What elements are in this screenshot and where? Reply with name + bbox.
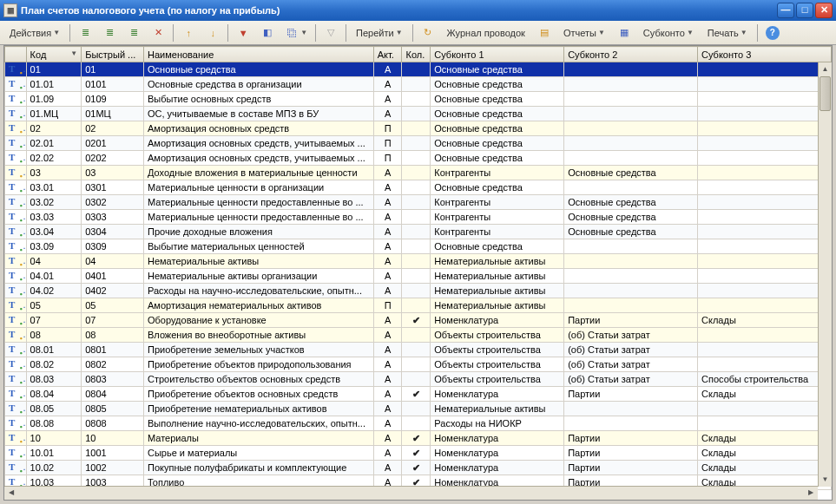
cell-code: 04.01 <box>26 269 82 284</box>
table-row[interactable]: T08.040804Приобретение объектов основных… <box>5 387 832 402</box>
cell-name: Приобретение объектов основных средств <box>144 387 374 402</box>
help-icon[interactable]: ? <box>761 23 784 43</box>
col-header-icon[interactable] <box>5 47 27 62</box>
table-row[interactable]: T0202Амортизация основных средствПОсновн… <box>5 121 832 136</box>
table-row[interactable]: T03.090309Выбытие материальных ценностей… <box>5 239 832 254</box>
table-row[interactable]: T02.020202Амортизация основных средств, … <box>5 151 832 166</box>
table-row[interactable]: T0101Основные средстваАОсновные средства <box>5 62 832 77</box>
scroll-up-icon[interactable]: ▲ <box>819 62 832 76</box>
cell-kol <box>402 180 431 195</box>
col-header-name[interactable]: Наименование <box>144 47 374 62</box>
table-row[interactable]: T02.010201Амортизация основных средств, … <box>5 136 832 151</box>
cell-sub3 <box>698 343 832 357</box>
copy-icon[interactable]: ⿻▼ <box>280 23 312 43</box>
cell-code: 03.09 <box>26 239 82 254</box>
cell-kol <box>402 357 431 372</box>
horizontal-scrollbar[interactable]: ◀ ▶ <box>4 486 818 500</box>
cell-quick: 0201 <box>82 136 144 151</box>
table-row[interactable]: T04.010401Нематериальные активы организа… <box>5 269 832 284</box>
account-icon: T <box>9 432 23 444</box>
cell-sub2: (об) Статьи затрат <box>564 328 698 343</box>
reports-menu[interactable]: Отчеты▼ <box>557 23 611 43</box>
table-row[interactable]: T0303Доходные вложения в материальные це… <box>5 166 832 180</box>
add-icon[interactable]: ≣ <box>74 23 96 43</box>
cell-sub2: Партии <box>564 461 698 475</box>
table-row[interactable]: T03.030303Материальные ценности предоста… <box>5 210 832 225</box>
cell-sub2: Партии <box>564 313 698 328</box>
col-header-quick[interactable]: Быстрый ... <box>82 47 144 62</box>
reports-icon[interactable]: ▤ <box>533 23 556 43</box>
journal-button[interactable]: Журнал проводок <box>441 23 531 43</box>
close-button[interactable]: ✕ <box>815 3 833 18</box>
table-row[interactable]: T01.090109Выбытие основных средствАОснов… <box>5 92 832 107</box>
table-row[interactable]: T1010МатериалыА✔НоменклатураПартииСклады <box>5 431 832 446</box>
cell-sub3 <box>698 136 832 151</box>
table-row[interactable]: T0404Нематериальные активыАНематериальны… <box>5 254 832 269</box>
col-header-code[interactable]: Код ▼ <box>26 47 82 62</box>
cell-kol: ✔ <box>402 431 431 446</box>
cell-quick: 01 <box>82 62 144 77</box>
maximize-button[interactable]: □ <box>796 3 813 18</box>
cell-code: 03.01 <box>26 180 82 195</box>
filter-icon[interactable]: ▼ <box>232 23 254 43</box>
col-header-act[interactable]: Акт. <box>373 47 402 62</box>
subkonto-icon[interactable]: ▦ <box>613 23 635 43</box>
table-row[interactable]: T08.020802Приобретение объектов природоп… <box>5 357 832 372</box>
table-row[interactable]: T08.030803Строительство объектов основны… <box>5 372 832 387</box>
filter-off-icon[interactable]: ▽ <box>319 23 342 43</box>
cell-name: Нематериальные активы организации <box>144 269 374 284</box>
table-row[interactable]: T03.010301Материальные ценности в органи… <box>5 180 832 195</box>
cell-quick: 0804 <box>82 387 144 402</box>
table-row[interactable]: T0808Вложения во внеоборотные активыАОбъ… <box>5 328 832 343</box>
account-icon: T <box>9 403 23 415</box>
cell-sub3 <box>698 195 832 210</box>
cell-sub2: Основные средства <box>564 225 698 239</box>
col-header-sub3[interactable]: Субконто 3 <box>698 47 832 62</box>
table-row[interactable]: T03.040304Прочие доходные вложенияАКонтр… <box>5 225 832 239</box>
subkonto-menu[interactable]: Субконто▼ <box>637 23 700 43</box>
table-row[interactable]: T0505Амортизация нематериальных активовП… <box>5 298 832 313</box>
col-header-sub2[interactable]: Субконто 2 <box>564 47 698 62</box>
cell-sub1: Основные средства <box>431 239 564 254</box>
table-row[interactable]: T0707Оборудование к установкеА✔Номенклат… <box>5 313 832 328</box>
table-row[interactable]: T10.021002Покупные полуфабрикаты и компл… <box>5 461 832 475</box>
cell-sub3 <box>698 298 832 313</box>
table-row[interactable]: T08.050805Приобретение нематериальных ак… <box>5 402 832 416</box>
select-icon[interactable]: ◧ <box>256 23 279 43</box>
accounts-table[interactable]: Код ▼ Быстрый ... Наименование Акт. Кол.… <box>4 46 832 490</box>
refresh-icon[interactable]: ↻ <box>417 23 439 43</box>
cell-sub3: Склады <box>698 446 832 461</box>
goto-menu[interactable]: Перейти▼ <box>350 23 409 43</box>
account-icon: T <box>9 181 23 193</box>
col-header-kol[interactable]: Кол. <box>402 47 431 62</box>
delete-icon[interactable]: ✕ <box>147 23 169 43</box>
cell-code: 01 <box>26 62 82 77</box>
hierarchy-up-icon[interactable]: ↑ <box>177 23 200 43</box>
cell-act: А <box>373 180 402 195</box>
scroll-left-icon[interactable]: ◀ <box>4 487 18 500</box>
table-row[interactable]: T08.080808Выполнение научно-исследовател… <box>5 416 832 431</box>
table-row[interactable]: T01.010101Основные средства в организаци… <box>5 77 832 92</box>
table-row[interactable]: T03.020302Материальные ценности предоста… <box>5 195 832 210</box>
table-row[interactable]: T10.011001Сырье и материалыА✔Номенклатур… <box>5 446 832 461</box>
cell-name: Оборудование к установке <box>144 313 374 328</box>
edit-icon[interactable]: ≣ <box>122 23 145 43</box>
cell-sub3 <box>698 92 832 107</box>
table-row[interactable]: T04.020402Расходы на научно-исследовател… <box>5 284 832 298</box>
cell-quick: 0309 <box>82 239 144 254</box>
scroll-right-icon[interactable]: ▶ <box>804 487 818 500</box>
table-row[interactable]: T08.010801Приобретение земельных участко… <box>5 343 832 357</box>
scroll-thumb-v[interactable] <box>820 76 831 111</box>
cell-sub1: Номенклатура <box>431 387 564 402</box>
cell-sub1: Основные средства <box>431 62 564 77</box>
scroll-down-icon[interactable]: ▼ <box>819 473 832 487</box>
hierarchy-down-icon[interactable]: ↓ <box>201 23 224 43</box>
minimize-button[interactable]: — <box>777 3 794 18</box>
print-menu[interactable]: Печать▼ <box>701 23 754 43</box>
cell-code: 10.01 <box>26 446 82 461</box>
add-group-icon[interactable]: ≣ <box>98 23 121 43</box>
col-header-sub1[interactable]: Субконто 1 <box>431 47 564 62</box>
actions-menu[interactable]: Действия▼ <box>3 23 66 43</box>
vertical-scrollbar[interactable]: ▲ ▼ <box>818 62 832 487</box>
table-row[interactable]: T01.МЦ01МЦОС, учитываемые в составе МПЗ … <box>5 107 832 121</box>
